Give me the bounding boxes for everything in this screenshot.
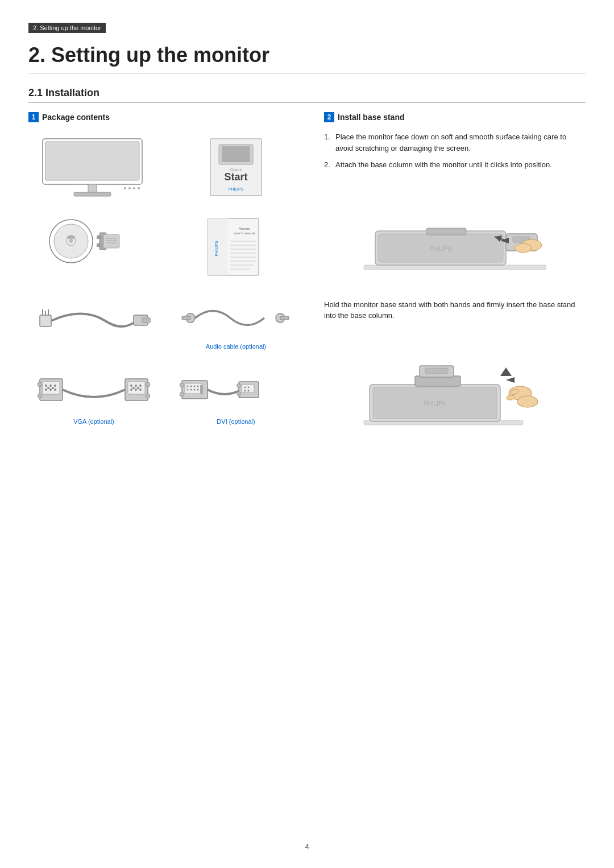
svg-point-64: [139, 385, 142, 387]
breadcrumb: 2. Setting up the monitor: [28, 23, 106, 33]
svg-text:Start: Start: [224, 171, 247, 183]
package-title-row: 1 Package contents: [28, 112, 301, 122]
svg-point-92: [237, 392, 241, 396]
two-col-layout: 1 Package contents: [28, 112, 586, 456]
vga-label: VGA (optional): [73, 418, 114, 425]
base-install-illustration-2: PHILIPS: [358, 330, 551, 444]
svg-point-79: [190, 389, 192, 391]
svg-point-88: [248, 387, 250, 388]
list-item: Place the monitor face down on soft and …: [324, 131, 586, 154]
svg-point-69: [137, 387, 139, 389]
svg-point-70: [146, 382, 150, 387]
svg-rect-38: [40, 315, 51, 326]
svg-point-81: [197, 389, 199, 391]
audiocable-label: Audio cable (optional): [206, 343, 266, 350]
svg-text:PHILIPS: PHILIPS: [424, 400, 446, 407]
svg-point-4: [124, 187, 126, 189]
dvi-illustration: [179, 365, 293, 416]
install-steps-list: Place the monitor face down on soft and …: [324, 131, 586, 171]
svg-point-84: [180, 392, 184, 396]
svg-marker-116: [506, 377, 515, 383]
svg-point-6: [133, 187, 135, 189]
package-grid: Quick Start PHILIPS: [28, 131, 301, 429]
svg-point-77: [197, 386, 199, 387]
install-image-2: PHILIPS: [324, 330, 586, 444]
svg-text:user's manual: user's manual: [234, 232, 255, 235]
svg-point-54: [49, 388, 52, 391]
svg-rect-93: [364, 265, 546, 270]
svg-rect-73: [185, 383, 202, 394]
svg-rect-97: [426, 228, 466, 235]
svg-rect-110: [425, 368, 448, 374]
svg-point-53: [45, 388, 47, 391]
svg-rect-43: [142, 318, 151, 323]
svg-point-67: [139, 388, 142, 391]
svg-point-56: [47, 387, 49, 389]
right-column: 2 Install base stand Place the monitor f…: [324, 112, 586, 456]
svg-point-62: [130, 385, 132, 387]
svg-point-17: [69, 239, 73, 243]
svg-text:PHILIPS: PHILIPS: [214, 241, 218, 256]
dvi-label: DVI (optional): [217, 418, 255, 425]
svg-rect-47: [280, 316, 289, 320]
svg-point-87: [244, 387, 246, 388]
svg-text:PHILIPS: PHILIPS: [430, 246, 452, 252]
audiocable-illustration: [179, 295, 293, 341]
svg-point-55: [54, 388, 56, 391]
list-item: Attach the base column with the monitor …: [324, 159, 586, 171]
svg-rect-49: [43, 382, 60, 394]
svg-point-65: [130, 388, 132, 391]
svg-point-115: [506, 394, 515, 400]
svg-point-50: [45, 385, 47, 387]
svg-point-57: [52, 387, 54, 389]
install-image-1: PHILIPS: [324, 180, 586, 288]
monitor-illustration: [37, 136, 151, 199]
list-item: [28, 211, 159, 285]
left-column: 1 Package contents: [28, 112, 301, 456]
install-badge: 2: [324, 112, 334, 122]
manual-illustration: PHILIPS Monitor user's manual: [199, 216, 273, 278]
cd-wrench-illustration: [43, 216, 145, 267]
svg-text:PHILIPS: PHILIPS: [229, 187, 244, 191]
svg-point-80: [194, 389, 196, 391]
svg-point-7: [138, 187, 140, 189]
install-title-text: Install base stand: [338, 113, 404, 122]
list-item: VGA (optional): [28, 360, 159, 429]
step3-text: Hold the monitor base stand with both ha…: [324, 299, 586, 321]
package-badge: 1: [28, 112, 39, 122]
svg-rect-82: [200, 385, 203, 394]
svg-text:Monitor: Monitor: [239, 227, 250, 230]
page-title: 2. Setting up the monitor: [28, 43, 586, 73]
svg-point-102: [515, 243, 532, 253]
page-number: 4: [305, 842, 309, 851]
list-item: DVI (optional): [171, 360, 301, 429]
svg-point-90: [248, 390, 250, 392]
svg-point-58: [38, 382, 42, 387]
svg-rect-10: [222, 146, 250, 162]
svg-point-68: [132, 387, 135, 389]
list-item: Audio cable (optional): [171, 291, 301, 354]
install-title-row: 2 Install base stand: [324, 112, 586, 122]
svg-rect-2: [88, 184, 97, 192]
svg-point-52: [54, 385, 56, 387]
section-heading: 2.1 Installation: [28, 87, 586, 103]
svg-rect-61: [128, 382, 145, 394]
svg-rect-20: [97, 243, 101, 247]
svg-rect-3: [74, 192, 111, 196]
svg-rect-1: [45, 142, 139, 180]
base-install-illustration-1: PHILIPS: [358, 180, 551, 288]
svg-point-5: [128, 187, 131, 189]
svg-point-75: [190, 386, 192, 387]
list-item: [28, 131, 159, 205]
svg-rect-21: [103, 234, 119, 248]
vga-illustration: [37, 365, 151, 416]
package-title-text: Package contents: [42, 113, 110, 122]
svg-point-83: [180, 383, 184, 387]
svg-marker-111: [500, 367, 512, 376]
svg-point-78: [187, 389, 189, 391]
page: 2. Setting up the monitor 2. Setting up …: [0, 0, 614, 868]
svg-rect-45: [182, 316, 190, 320]
list-item: PHILIPS Monitor user's manual: [171, 211, 301, 285]
svg-point-89: [244, 390, 246, 392]
svg-point-71: [146, 394, 150, 398]
